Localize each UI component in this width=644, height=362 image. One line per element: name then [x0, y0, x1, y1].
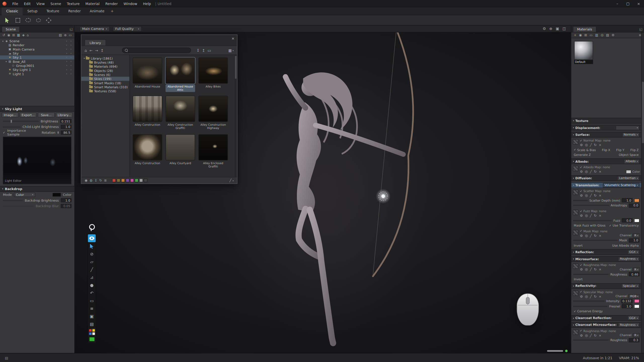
backdrop-header[interactable]: ▾ Backdrop	[0, 186, 74, 192]
brightness-value[interactable]: 0.151	[60, 119, 71, 123]
sky-light-button[interactable]: Save...	[38, 112, 55, 117]
albedo-color-swatch[interactable]	[626, 170, 631, 174]
paint-tool-icon[interactable]: ▣	[88, 312, 96, 320]
layout-corner-icon[interactable]: ▤	[5, 356, 8, 360]
material-item[interactable]: Default	[574, 41, 593, 64]
scatter-depth-value[interactable]: 1.0	[622, 198, 632, 202]
library-footer-icon[interactable]: ◍	[90, 178, 92, 182]
gear-icon[interactable]: ⚙	[580, 194, 583, 198]
gear-icon[interactable]: ⚙	[580, 267, 583, 271]
clearcoat-reflection-type-dropdown[interactable]: GGX▾	[627, 316, 639, 320]
texture-slot[interactable]	[573, 263, 578, 269]
invert-toggle[interactable]: Invert	[574, 278, 583, 281]
color-swatch[interactable]	[130, 178, 134, 182]
library-titlebar[interactable]: Library ×	[81, 35, 237, 46]
expand-arrow-icon[interactable]: ▾	[83, 57, 86, 60]
albedo-section-header[interactable]: ▾ Albedo: Albedo▾	[571, 158, 641, 164]
paint-tool-icon[interactable]: ▱	[88, 258, 96, 265]
diffusion-type-dropdown[interactable]: Lambertian▾	[618, 176, 639, 180]
materials-toolbar-icon[interactable]: ▥	[595, 33, 598, 37]
clear-icon[interactable]: ×	[599, 214, 601, 218]
fuzz-slider[interactable]	[573, 220, 612, 221]
scene-toolbar-icon[interactable]: ▤	[59, 33, 62, 37]
scene-toolbar-icon[interactable]: ▦	[17, 33, 20, 37]
library-folder-row[interactable]: Brushes (48)	[81, 60, 129, 64]
color-swatch[interactable]	[117, 178, 120, 182]
intensity-slider[interactable]	[573, 301, 605, 302]
materials-toolbar-icon[interactable]: ◎	[601, 33, 603, 37]
brush-icon[interactable]: ╱	[590, 194, 592, 198]
brush-icon[interactable]: ╱	[590, 334, 592, 337]
paint-tool-icon[interactable]: ●	[88, 281, 96, 289]
scale-bias-checkbox[interactable]: ✓	[574, 148, 576, 151]
library-thumbnail[interactable]: ↻ Alley Construction	[133, 134, 162, 169]
importance-sample-checkbox[interactable]: ✓	[3, 131, 5, 134]
library-tab[interactable]: Library	[85, 39, 106, 46]
refresh-icon[interactable]: ↻	[594, 170, 597, 174]
palette-color[interactable]	[92, 329, 95, 332]
scene-toolbar-icon[interactable]: ◉	[7, 33, 10, 37]
maximize-button[interactable]: ▢	[623, 0, 633, 7]
scene-tree-row[interactable]: ▾ ▤ Bow_All ∘ ∘	[0, 60, 74, 64]
scene-toolbar-icon[interactable]: ⊕	[64, 33, 67, 37]
materials-toolbar-icon[interactable]: ▭	[589, 33, 592, 37]
fresnel-color-swatch[interactable]	[634, 304, 639, 308]
clear-icon[interactable]: ×	[599, 194, 601, 198]
menu-item[interactable]: Help	[140, 0, 154, 7]
transmission-type-dropdown[interactable]: Volumetric Scattering▾	[603, 183, 639, 187]
materials-scrollbar[interactable]	[641, 32, 644, 353]
active-color-swatch[interactable]	[89, 337, 95, 341]
mode-tab[interactable]: Classic	[2, 7, 23, 15]
viewport[interactable]: Main Camera▾ Full Quality▾ ⚙⊕▣◫	[75, 25, 571, 353]
invert-toggle[interactable]: Invert	[574, 244, 583, 247]
mask-fuzz-gloss-toggle[interactable]: Mask Fuzz with Gloss	[574, 224, 606, 228]
anisotropy-value[interactable]: 0.0	[629, 203, 639, 207]
magnify-icon[interactable]: ◎	[585, 234, 588, 238]
sky-preview-image[interactable]	[198, 96, 228, 122]
sky-preview-image[interactable]	[133, 58, 162, 84]
specular-map-label[interactable]: Specular Map: none	[583, 290, 613, 294]
conserve-energy-label[interactable]: Conserve Energy	[577, 309, 603, 313]
minimize-button[interactable]: –	[612, 0, 623, 7]
library-nav-icon[interactable]: ←	[89, 48, 92, 52]
visibility-tool[interactable]	[88, 234, 96, 242]
paint-tool-icon[interactable]: ▭	[88, 297, 96, 304]
clearcoat-roughness-value[interactable]: 0.3	[629, 338, 639, 342]
library-folder-row[interactable]: Objects (28)	[81, 69, 129, 73]
refresh-icon[interactable]: ↻	[594, 294, 597, 298]
sky-light-button[interactable]: Image...	[2, 112, 19, 117]
texture-slot[interactable]	[573, 166, 578, 171]
select-tool[interactable]	[88, 242, 96, 250]
texture-section-header[interactable]: ▾ Texture	[571, 118, 641, 124]
channel-dropdown[interactable]: R▾	[633, 267, 640, 272]
mode-tab[interactable]: Render	[64, 7, 85, 15]
library-footer-icon[interactable]: ≣	[104, 178, 107, 182]
library-folder-row[interactable]: ▾ Library (1861)	[81, 56, 129, 60]
library-thumbnail[interactable]: ↻ Alley Construction Graffiti	[166, 96, 195, 130]
roughness-value[interactable]: 0.46	[629, 272, 639, 276]
backdrop-color-swatch[interactable]	[53, 193, 61, 197]
gear-icon[interactable]: ⚙	[580, 294, 583, 298]
clear-icon[interactable]: ×	[599, 170, 601, 174]
mode-tab[interactable]: Texture	[42, 7, 64, 15]
row-visibility-toggles[interactable]: ∘ ∘	[66, 68, 73, 71]
library-nav-icon[interactable]: →	[95, 48, 98, 52]
menu-item[interactable]: Texture	[64, 0, 83, 7]
ellipse-select-icon[interactable]	[34, 16, 42, 24]
brush-icon[interactable]: ╱	[590, 294, 592, 298]
backdrop-brightness-value[interactable]: 1.0	[61, 198, 71, 202]
use-translucency-label[interactable]: Use Translucency	[613, 224, 638, 228]
materials-toolbar-icon[interactable]: ⚙	[612, 33, 615, 37]
brush-icon[interactable]: ╱	[590, 234, 592, 238]
clearcoat-microsurface-section-header[interactable]: ▾ Clearcoat Microsurface: Roughness▾	[571, 322, 641, 328]
clear-icon[interactable]: ×	[599, 294, 601, 298]
flip-y-toggle[interactable]: Flip Y	[616, 148, 624, 152]
microsurface-section-header[interactable]: ▾ Microsurface: Roughness▾	[571, 256, 641, 262]
materials-toolbar-icon[interactable]: ◉	[579, 33, 582, 37]
library-thumbnail[interactable]: ↻ Alley Construction Highway	[198, 96, 228, 130]
library-folder-row[interactable]: Textures (558)	[81, 89, 129, 93]
refresh-icon[interactable]: ↻	[594, 334, 597, 337]
texture-slot[interactable]	[573, 210, 578, 215]
clearcoat-microsurface-type-dropdown[interactable]: Roughness▾	[618, 323, 639, 327]
library-folder-row[interactable]: Materials (694)	[81, 64, 129, 68]
